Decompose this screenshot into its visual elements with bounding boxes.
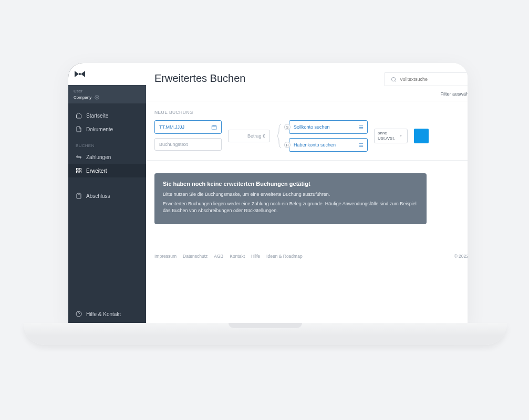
laptop-base xyxy=(24,323,507,345)
booking-text-input[interactable]: Buchungstext xyxy=(154,138,222,151)
habenkonto-input[interactable]: Habenkonto suchen xyxy=(289,138,368,152)
tax-select[interactable]: ohne USt./VSt. xyxy=(374,129,408,143)
svg-rect-10 xyxy=(212,125,216,129)
gear-icon xyxy=(94,94,100,100)
copyright: © 2022 xyxy=(454,254,468,259)
sidebar-section-buchen: BUCHEN xyxy=(68,136,146,150)
sidebar-item-dokumente[interactable]: Dokumente xyxy=(68,122,146,136)
haben-badge: H xyxy=(284,142,291,148)
svg-rect-2 xyxy=(79,169,81,171)
empty-state-line: Bitte nutzen Sie die Buchungsmaske, um e… xyxy=(163,191,418,198)
filter-select[interactable]: Filter auswäh xyxy=(440,91,468,97)
amount-input[interactable]: Betrag € xyxy=(228,130,270,142)
footer-link[interactable]: Ideen & Roadmap xyxy=(266,254,303,259)
sidebar: User Company Startseite xyxy=(68,63,146,326)
svg-point-0 xyxy=(96,97,97,98)
svg-line-9 xyxy=(395,80,396,81)
document-icon xyxy=(76,126,82,132)
svg-point-8 xyxy=(391,77,395,81)
search-icon xyxy=(390,76,397,82)
date-input[interactable]: TT.MM.JJJJ xyxy=(154,120,222,134)
sollkonto-input[interactable]: Sollkonto suchen xyxy=(289,120,368,134)
grid-icon xyxy=(76,167,82,174)
transfer-icon xyxy=(76,154,82,160)
svg-rect-4 xyxy=(79,171,81,173)
calendar-icon xyxy=(211,124,217,130)
sidebar-item-zahlungen[interactable]: Zahlungen xyxy=(68,150,146,164)
submit-button[interactable] xyxy=(414,129,429,143)
bowtie-logo-icon xyxy=(75,71,85,77)
footer-link[interactable]: Impressum xyxy=(154,254,177,259)
sidebar-item-erweitert[interactable]: Erweitert xyxy=(68,164,146,177)
footer-link[interactable]: Hilfe xyxy=(251,254,260,259)
home-icon xyxy=(76,112,82,119)
list-icon[interactable] xyxy=(358,124,364,130)
clipboard-icon xyxy=(76,193,82,199)
empty-state-title: Sie haben noch keine erweiterten Buchung… xyxy=(163,181,418,187)
sidebar-item-label: Erweitert xyxy=(86,168,107,174)
empty-state-card: Sie haben noch keine erweiterten Buchung… xyxy=(154,173,427,224)
brace-icon xyxy=(276,120,283,152)
svg-rect-1 xyxy=(77,169,79,171)
sidebar-item-abschluss[interactable]: Abschluss xyxy=(68,189,146,203)
footer: Impressum Datenschutz AGB Kontakt Hilfe … xyxy=(146,224,468,266)
user-switcher[interactable]: User Company xyxy=(68,85,146,103)
footer-link[interactable]: Datenschutz xyxy=(183,254,208,259)
list-icon[interactable] xyxy=(358,142,364,148)
search-box[interactable] xyxy=(385,72,468,86)
svg-rect-3 xyxy=(77,171,79,173)
sidebar-item-label: Startseite xyxy=(86,113,108,119)
help-label: Hilfe & Kontakt xyxy=(86,311,121,317)
page-title: Erweitertes Buchen xyxy=(154,72,385,85)
help-icon xyxy=(76,311,82,317)
form-heading: NEUE BUCHUNG xyxy=(154,110,468,115)
chevron-down-icon xyxy=(398,133,404,139)
empty-state-line: Erweiterten Buchungen liegen weder eine … xyxy=(163,201,418,215)
soll-badge: S xyxy=(284,124,291,130)
sidebar-item-label: Zahlungen xyxy=(86,154,111,160)
help-link[interactable]: Hilfe & Kontakt xyxy=(68,302,146,326)
footer-link[interactable]: AGB xyxy=(214,254,223,259)
filter-bar: Filter auswäh xyxy=(146,86,468,101)
user-label: User xyxy=(74,88,141,94)
sidebar-item-label: Dokumente xyxy=(86,127,113,132)
search-input[interactable] xyxy=(400,77,463,82)
footer-link[interactable]: Kontakt xyxy=(230,254,245,259)
logo-area xyxy=(68,63,146,85)
sidebar-item-label: Abschluss xyxy=(86,193,110,199)
company-name: Company xyxy=(74,94,91,100)
sidebar-item-startseite[interactable]: Startseite xyxy=(68,109,146,122)
main-content: Erweitertes Buchen Filter auswäh NEUE BU… xyxy=(146,63,468,326)
svg-rect-5 xyxy=(78,193,80,194)
